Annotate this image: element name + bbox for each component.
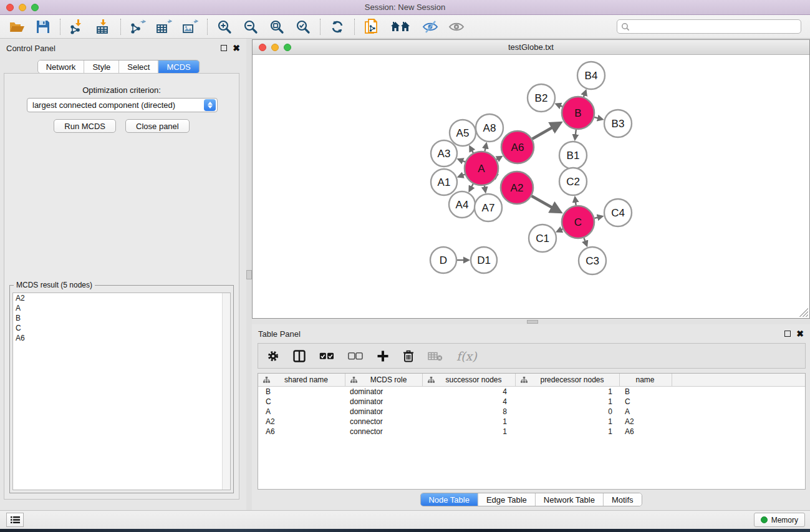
clear-all-checkboxes-icon[interactable] — [348, 349, 363, 364]
add-column-icon[interactable] — [377, 349, 389, 364]
close-panel-button[interactable]: Close panel — [125, 119, 190, 133]
show-graphics-details-icon[interactable] — [448, 19, 465, 35]
table-cell[interactable]: dominator — [345, 397, 423, 407]
window-resize-grip[interactable] — [799, 308, 808, 317]
table-float-icon[interactable] — [784, 331, 791, 337]
mcds-result-item[interactable]: B — [13, 313, 230, 323]
table-cell[interactable]: 4 — [423, 387, 516, 397]
delete-table-icon[interactable] — [428, 349, 443, 364]
zoom-selected-icon[interactable] — [295, 19, 311, 35]
table-cell[interactable]: A6 — [620, 427, 672, 437]
table-cell[interactable]: dominator — [345, 407, 423, 417]
graph-edge-A-A8[interactable] — [485, 148, 485, 151]
table-cell[interactable]: 4 — [423, 397, 516, 407]
table-cell[interactable]: B — [258, 387, 345, 397]
graph-edge-B-B2[interactable] — [561, 105, 562, 106]
tab-style[interactable]: Style — [84, 60, 119, 73]
refresh-icon[interactable] — [329, 19, 345, 35]
table-cell[interactable]: A — [258, 407, 345, 417]
export-image-icon[interactable] — [182, 19, 198, 35]
mcds-result-list[interactable]: A2ABCA6 — [12, 293, 231, 490]
select-all-checkboxes-icon[interactable] — [319, 349, 334, 364]
table-row[interactable]: Adominator80A — [258, 407, 805, 417]
graph-edge-B-B1[interactable] — [576, 130, 576, 135]
table-cell[interactable]: 1 — [516, 417, 620, 427]
table-cell[interactable]: 1 — [516, 427, 620, 437]
mcds-result-item[interactable]: A — [13, 303, 230, 313]
table-row[interactable]: A6connector11A6 — [258, 427, 805, 437]
hide-graphics-details-icon[interactable] — [422, 19, 438, 35]
graph-edge-A-A7[interactable] — [485, 186, 485, 188]
close-panel-icon[interactable]: ✖ — [233, 45, 240, 51]
column-header-MCDS-role[interactable]: MCDS role — [345, 374, 423, 386]
tab-network[interactable]: Network — [38, 60, 85, 73]
memory-button[interactable]: Memory — [754, 513, 805, 527]
table-cell[interactable]: 1 — [423, 427, 516, 437]
function-builder-icon[interactable]: f(x) — [456, 349, 477, 364]
table-cell[interactable]: connector — [345, 427, 423, 437]
graph-edge-C-C4[interactable] — [594, 218, 598, 218]
run-mcds-button[interactable]: Run MCDS — [54, 119, 116, 133]
table-row[interactable]: Bdominator41B — [258, 387, 805, 397]
graph-edge-B-B4[interactable] — [584, 95, 584, 97]
graph-edge-A6-B[interactable] — [532, 127, 552, 138]
export-network-icon[interactable] — [130, 19, 146, 35]
tab-edge-table[interactable]: Edge Table — [478, 493, 536, 506]
result-scrollbar[interactable] — [222, 293, 230, 490]
table-cell[interactable]: 1 — [423, 417, 516, 427]
graph-edge-C-C2[interactable] — [576, 202, 576, 205]
tab-motifs[interactable]: Motifs — [604, 493, 642, 506]
graph-edge-A-A1[interactable] — [463, 175, 465, 175]
graph-edge-C-C1[interactable] — [561, 229, 562, 230]
table-cell[interactable]: B — [620, 387, 672, 397]
table-cell[interactable]: 0 — [516, 407, 620, 417]
zoom-in-icon[interactable] — [216, 19, 233, 35]
table-cell[interactable]: 8 — [423, 407, 516, 417]
graph-edge-A-A5[interactable] — [472, 150, 473, 153]
settings-gear-icon[interactable] — [267, 349, 279, 364]
table-cell[interactable]: connector — [345, 417, 423, 427]
splitter-handle[interactable] — [527, 320, 538, 324]
graph-edge-A-A3[interactable] — [463, 161, 465, 162]
table-row[interactable]: A2connector11A2 — [258, 417, 805, 427]
task-history-icon[interactable] — [6, 513, 24, 527]
graph-edge-A2-C[interactable] — [532, 196, 552, 208]
column-header-shared-name[interactable]: shared name — [258, 374, 345, 386]
tab-mcds[interactable]: MCDS — [158, 60, 198, 73]
graph-edge-C-C3[interactable] — [584, 238, 585, 241]
import-table-icon[interactable] — [95, 19, 112, 35]
table-cell[interactable]: A6 — [258, 427, 345, 437]
show-column-icon[interactable] — [293, 349, 306, 364]
float-panel-icon[interactable] — [221, 45, 227, 51]
graph-edge-A-A6[interactable] — [496, 159, 498, 160]
table-row[interactable]: Cdominator41C — [258, 397, 805, 407]
table-close-icon[interactable]: ✖ — [796, 331, 804, 337]
zoom-fit-icon[interactable] — [269, 19, 285, 35]
search-input[interactable] — [617, 19, 801, 34]
table-cell[interactable]: 1 — [516, 397, 620, 407]
zoom-out-icon[interactable] — [243, 19, 259, 35]
open-session-files-icon[interactable] — [364, 19, 380, 35]
column-header-successor-nodes[interactable]: successor nodes — [423, 374, 516, 386]
table-cell[interactable]: A2 — [258, 417, 345, 427]
optimization-criterion-dropdown[interactable]: largest connected component (directed) — [27, 98, 218, 112]
column-header-name[interactable]: name — [620, 374, 672, 386]
mcds-result-item[interactable]: A6 — [13, 333, 230, 343]
import-network-icon[interactable] — [69, 19, 85, 35]
tab-node-table[interactable]: Node Table — [420, 493, 478, 506]
save-session-icon[interactable] — [35, 19, 51, 35]
export-table-icon[interactable] — [156, 19, 172, 35]
mcds-result-item[interactable]: C — [13, 323, 230, 333]
tab-network-table[interactable]: Network Table — [536, 493, 604, 506]
divider-collapse-handle[interactable] — [246, 270, 252, 279]
mcds-result-item[interactable]: A2 — [13, 293, 230, 303]
table-cell[interactable]: A — [620, 407, 672, 417]
network-canvas[interactable]: B4B2BB3A5A8A6A3B1AA1C2A2A4A7C4CC1C3DD1 — [253, 55, 809, 318]
table-cell[interactable]: dominator — [345, 387, 423, 397]
graph-edge-B-B3[interactable] — [594, 117, 598, 118]
table-cell[interactable]: C — [258, 397, 345, 407]
graph-edge-A-A4[interactable] — [471, 184, 473, 187]
open-session-icon[interactable] — [9, 19, 25, 35]
table-cell[interactable]: 1 — [516, 387, 620, 397]
table-cell[interactable]: C — [620, 397, 672, 407]
